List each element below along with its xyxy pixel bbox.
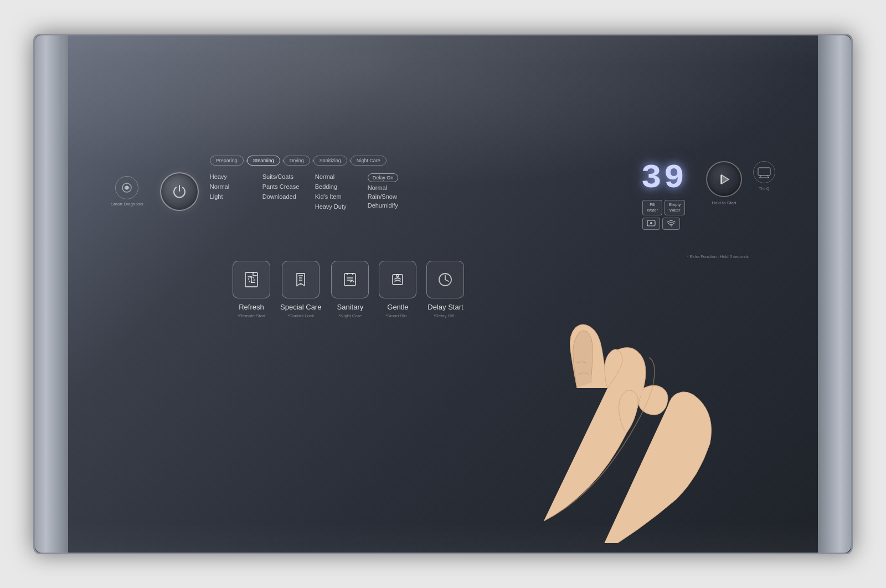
svg-marker-5: [722, 175, 729, 184]
power-button[interactable]: [160, 172, 199, 211]
sanitary-btn-group[interactable]: Sanitary *Night Care: [331, 261, 369, 318]
delay-start-sublabel: *Delay Off...: [434, 313, 457, 318]
special-care-label: Special Care: [280, 303, 321, 311]
extra-function-note: * Extra Function : Hold 3 seconds: [687, 254, 749, 259]
appliance-panel: Smart Diagnosis Preparing Steaming Dryin…: [33, 34, 853, 554]
side-bar-right: [818, 35, 851, 553]
special-care-icon-box: [282, 261, 320, 298]
refresh-sublabel: *Remote Start: [238, 313, 265, 318]
step-nightcare[interactable]: Night Care: [351, 156, 387, 166]
remote-wifi-row: [642, 218, 685, 230]
dry-bedding: Bedding: [315, 183, 368, 190]
special-care-btn-group[interactable]: Special Care *Control Lock: [280, 261, 321, 318]
nc-dehumidify: Dehumidify: [368, 202, 418, 209]
svg-rect-18: [393, 275, 403, 285]
control-row: Smart Diagnosis Preparing Steaming Dryin…: [111, 156, 775, 230]
fill-water-btn[interactable]: FillWater: [642, 200, 662, 215]
suits-coats: Suits/Coats: [262, 173, 315, 180]
water-remote-panel: FillWater EmptyWater: [642, 200, 685, 230]
steam-normal: Normal: [210, 183, 262, 190]
programs-columns: Heavy Normal Light Suits/Coats Pants Cre…: [210, 173, 630, 210]
remote-btn[interactable]: [642, 218, 660, 230]
hold-start-label: Hold to Start: [712, 200, 736, 205]
night-care-col: Delay On Normal Rain/Snow Dehumidify: [368, 173, 418, 210]
side-bar-left: [35, 35, 68, 553]
nc-normal: Normal: [368, 184, 418, 191]
step-preparing[interactable]: Preparing: [210, 156, 244, 166]
downloaded: Downloaded: [262, 193, 315, 200]
water-row: FillWater EmptyWater: [642, 200, 685, 215]
dry-kids: Kid's Item: [315, 193, 368, 200]
delay-on-badge: Delay On: [368, 173, 399, 182]
refresh-label: Refresh: [239, 303, 264, 311]
hold-start-area: Hold to Start: [706, 161, 742, 205]
svg-point-4: [671, 225, 672, 226]
step-steaming[interactable]: Steaming: [247, 156, 280, 166]
smart-diagnosis-icon: [115, 176, 138, 199]
steaming-col: Heavy Normal Light: [210, 173, 262, 210]
bottom-buttons-row: Refresh *Remote Start Special Care *Cont…: [233, 261, 753, 318]
left-controls: Smart Diagnosis: [111, 172, 199, 211]
drying-col: Normal Bedding Kid's Item Heavy Duty: [315, 173, 368, 210]
smart-thinq-area: ThinQ: [753, 161, 775, 190]
pants-crease: Pants Crease: [262, 183, 315, 190]
svg-rect-7: [758, 168, 770, 176]
step-drying[interactable]: Drying: [284, 156, 310, 166]
step-indicators: Preparing Steaming Drying Sanitizing Nig…: [210, 156, 630, 166]
delay-start-label: Delay Start: [427, 303, 463, 311]
special-care-sublabel: *Control Lock: [287, 313, 314, 318]
smart-thinq-icon: [753, 161, 775, 183]
svg-point-3: [650, 222, 652, 224]
svg-rect-15: [344, 274, 356, 286]
digital-display: 39: [641, 161, 687, 195]
gentle-sublabel: *Smart Blo...: [385, 313, 410, 318]
sanitary-icon-box: [331, 261, 369, 298]
wifi-btn[interactable]: [662, 218, 680, 230]
delay-start-icon-box: [426, 261, 464, 298]
dry-heavy: Heavy Duty: [315, 203, 368, 210]
gentle-label: Gentle: [387, 303, 408, 311]
hold-start-button[interactable]: [706, 161, 742, 197]
svg-rect-6: [720, 175, 722, 184]
sanitary-sublabel: *Night Care: [339, 313, 362, 318]
empty-water-btn[interactable]: EmptyWater: [664, 200, 685, 215]
suits-col: Suits/Coats Pants Crease Downloaded: [262, 173, 315, 210]
smart-diagnosis-label: Smart Diagnosis: [111, 202, 143, 207]
nc-rainsnow: Rain/Snow: [368, 193, 418, 200]
display-area: 39 FillWater EmptyWater: [641, 161, 687, 230]
gentle-btn-group[interactable]: Gentle *Smart Blo...: [379, 261, 416, 318]
step-sanitizing[interactable]: Sanitizing: [313, 156, 347, 166]
refresh-icon-box: [233, 261, 270, 298]
svg-point-1: [126, 187, 128, 189]
dry-normal: Normal: [315, 173, 368, 180]
smart-thinq-label: ThinQ: [759, 187, 769, 190]
steam-heavy: Heavy: [210, 173, 262, 180]
panel-content: Smart Diagnosis Preparing Steaming Dryin…: [66, 45, 820, 543]
smart-diagnosis-control: Smart Diagnosis: [111, 176, 143, 207]
gentle-icon-box: [379, 261, 416, 298]
steam-light: Light: [210, 193, 262, 200]
refresh-btn-group[interactable]: Refresh *Remote Start: [233, 261, 270, 318]
program-area: Preparing Steaming Drying Sanitizing Nig…: [199, 156, 630, 210]
sanitary-label: Sanitary: [337, 303, 364, 311]
delay-start-btn-group[interactable]: Delay Start *Delay Off...: [426, 261, 464, 318]
svg-point-19: [396, 275, 399, 277]
